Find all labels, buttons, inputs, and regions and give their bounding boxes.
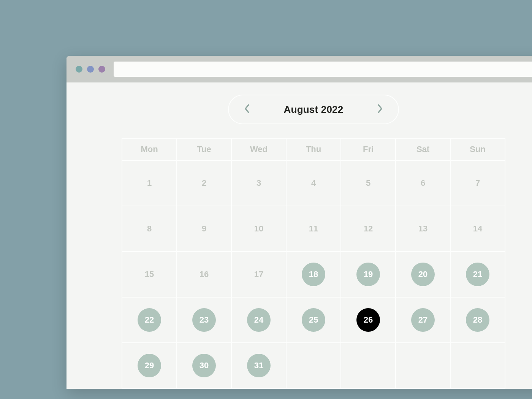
day-selected: 26: [356, 308, 380, 332]
browser-chrome: [66, 56, 532, 82]
day-cell[interactable]: 22: [122, 297, 177, 343]
day-cell[interactable]: 2: [177, 160, 231, 206]
day-number: 3: [256, 178, 261, 188]
day-cell[interactable]: 20: [396, 252, 450, 297]
calendar-row: 891011121314: [122, 206, 505, 252]
day-cell[interactable]: 13: [396, 206, 450, 252]
day-cell[interactable]: 31: [231, 343, 286, 388]
prev-month-button[interactable]: [242, 104, 252, 115]
day-cell: [341, 343, 396, 388]
day-number: 7: [475, 178, 480, 188]
day-number: 6: [421, 178, 425, 188]
window-dot-close-icon[interactable]: [76, 66, 82, 73]
day-number: 9: [202, 224, 206, 234]
calendar-grid: Mon Tue Wed Thu Fri Sat Sun 123456789101…: [122, 138, 505, 389]
day-number: 4: [311, 178, 316, 188]
day-cell[interactable]: 16: [177, 252, 231, 297]
day-cell[interactable]: 10: [231, 206, 286, 252]
day-number: 8: [147, 224, 152, 234]
day-cell: [450, 343, 505, 388]
day-cell[interactable]: 12: [341, 206, 396, 252]
chevron-left-icon: [244, 103, 250, 116]
day-cell[interactable]: 23: [177, 297, 231, 343]
day-available: 19: [356, 263, 380, 286]
day-cell[interactable]: 30: [177, 343, 231, 388]
day-number: 5: [366, 178, 370, 188]
weekday-header: Wed: [231, 138, 286, 160]
day-number: 13: [418, 224, 428, 234]
day-available: 31: [247, 354, 271, 377]
calendar-row: 22232425262728: [122, 297, 505, 343]
day-cell[interactable]: 15: [122, 252, 177, 297]
day-cell[interactable]: 27: [396, 297, 450, 343]
day-cell[interactable]: 7: [450, 160, 505, 206]
window-dot-zoom-icon[interactable]: [98, 66, 105, 73]
day-cell[interactable]: 14: [450, 206, 505, 252]
day-cell[interactable]: 3: [231, 160, 286, 206]
day-cell[interactable]: 24: [231, 297, 286, 343]
browser-window: August 2022 Mon Tue Wed Thu Fri Sat Sun: [66, 56, 532, 389]
weekday-header: Fri: [341, 138, 396, 160]
day-cell: [396, 343, 450, 388]
day-cell[interactable]: 5: [341, 160, 396, 206]
weekday-header: Thu: [286, 138, 341, 160]
day-cell[interactable]: 21: [450, 252, 505, 297]
day-number: 10: [254, 224, 263, 234]
day-cell[interactable]: 8: [122, 206, 177, 252]
day-available: 28: [466, 308, 489, 332]
day-cell[interactable]: 18: [286, 252, 341, 297]
day-available: 25: [302, 308, 325, 332]
day-available: 29: [138, 354, 161, 377]
weekday-header: Mon: [122, 138, 177, 160]
day-cell[interactable]: 9: [177, 206, 231, 252]
day-available: 18: [302, 263, 325, 286]
day-cell: [286, 343, 341, 388]
weekday-header: Sun: [450, 138, 505, 160]
day-number: 17: [254, 269, 263, 279]
calendar-row: 15161718192021: [122, 252, 505, 297]
day-number: 16: [200, 269, 209, 279]
day-cell[interactable]: 25: [286, 297, 341, 343]
day-available: 30: [192, 354, 216, 377]
day-number: 14: [473, 224, 482, 234]
window-controls: [76, 66, 105, 73]
calendar-row: 1234567: [122, 160, 505, 206]
weekday-header: Tue: [177, 138, 231, 160]
day-number: 15: [145, 269, 154, 279]
day-cell[interactable]: 11: [286, 206, 341, 252]
address-bar[interactable]: [114, 62, 532, 77]
day-available: 22: [138, 308, 161, 332]
weekday-header: Sat: [396, 138, 450, 160]
weekday-header-row: Mon Tue Wed Thu Fri Sat Sun: [122, 138, 505, 160]
day-cell[interactable]: 4: [286, 160, 341, 206]
day-available: 27: [411, 308, 435, 332]
window-dot-minimize-icon[interactable]: [87, 66, 94, 73]
calendar-row: 293031: [122, 343, 505, 388]
day-available: 23: [192, 308, 216, 332]
day-number: 12: [364, 224, 373, 234]
chevron-right-icon: [377, 103, 383, 116]
next-month-button[interactable]: [375, 104, 385, 115]
day-cell[interactable]: 17: [231, 252, 286, 297]
day-cell[interactable]: 26: [341, 297, 396, 343]
day-available: 21: [466, 263, 489, 286]
month-label: August 2022: [284, 104, 344, 116]
day-available: 24: [247, 308, 271, 332]
day-cell[interactable]: 29: [122, 343, 177, 388]
day-cell[interactable]: 28: [450, 297, 505, 343]
day-number: 2: [202, 178, 206, 188]
month-selector: August 2022: [228, 95, 399, 124]
day-cell[interactable]: 6: [396, 160, 450, 206]
day-available: 20: [411, 263, 435, 286]
day-number: 11: [309, 224, 318, 234]
page-content: August 2022 Mon Tue Wed Thu Fri Sat Sun: [66, 82, 532, 389]
day-cell[interactable]: 1: [122, 160, 177, 206]
day-cell[interactable]: 19: [341, 252, 396, 297]
day-number: 1: [147, 178, 152, 188]
